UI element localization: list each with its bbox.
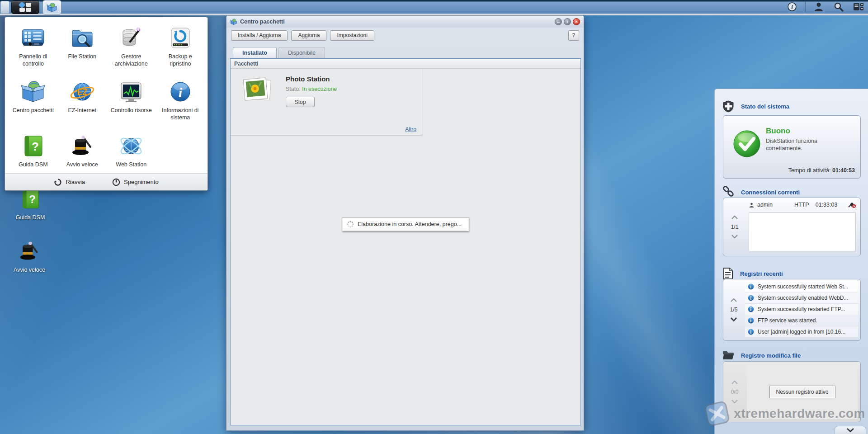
disconnect-icon[interactable] <box>848 202 856 208</box>
app-label: Gestore archiviazione <box>108 53 154 67</box>
log-row[interactable]: FTP service was started. <box>745 315 858 326</box>
health-status-description: DiskStation funziona correttamente. <box>766 137 843 152</box>
sidebar-collapse-button[interactable] <box>835 426 866 434</box>
file-log-header: Registro modifica file <box>722 349 801 361</box>
menu-app-informazioni-sistema[interactable]: i Informazioni di sistema <box>156 79 205 121</box>
search-button[interactable] <box>832 1 845 13</box>
photo-station-icon <box>242 77 272 103</box>
maximize-button[interactable]: + <box>564 18 571 25</box>
shutdown-button[interactable]: Spegnimento <box>112 178 159 186</box>
shutdown-label: Spegnimento <box>124 179 159 185</box>
system-sidebar: Stato del sistema Buono DiskStation funz… <box>714 89 868 434</box>
menu-app-avvio-veloce[interactable]: Avvio veloce <box>58 133 107 169</box>
uptime-value: 01:40:53 <box>832 167 855 174</box>
page-down-button[interactable] <box>731 400 738 403</box>
page-down-button[interactable] <box>731 317 737 321</box>
info-icon <box>748 317 754 324</box>
settings-button[interactable]: Impostazioni <box>330 30 374 41</box>
log-row[interactable]: System successfully enabled WebD... <box>745 292 858 304</box>
desktop-icon-label: Guida DSM <box>5 214 55 222</box>
app-label: Controllo risorse <box>108 107 154 114</box>
menu-app-backup-ripristino[interactable]: Backup e ripristino <box>156 25 205 67</box>
info-icon <box>748 283 754 290</box>
document-log-icon <box>722 267 734 280</box>
log-row[interactable]: System successfully started Web St... <box>745 281 858 292</box>
desktop-icon-avvio-veloce[interactable]: Avvio veloce <box>5 239 54 274</box>
main-menu-button[interactable] <box>11 0 39 14</box>
app-label: Centro pacchetti <box>10 107 56 114</box>
pilot-view-button[interactable] <box>852 1 865 13</box>
system-health-header: Stato del sistema <box>722 100 789 113</box>
connection-time: 01:33:03 <box>816 202 838 208</box>
window-titlebar[interactable]: Centro pacchetti – + × <box>226 16 584 28</box>
package-name: Photo Station <box>286 75 330 83</box>
app-label: Avvio veloce <box>60 161 105 169</box>
info-icon <box>748 329 754 335</box>
svg-text:i: i <box>791 4 793 10</box>
close-button[interactable]: × <box>573 18 580 25</box>
page-down-button[interactable] <box>731 235 738 238</box>
system-health-panel: Buono DiskStation funziona correttamente… <box>723 115 861 179</box>
menu-app-controllo-risorse[interactable]: Controllo risorse <box>107 79 156 121</box>
user-menu-button[interactable] <box>812 1 826 13</box>
loading-text: Elaborazione in corso. Attendere, prego.… <box>358 221 462 227</box>
resource-monitor-icon <box>118 79 144 104</box>
more-link[interactable]: Altro <box>405 126 416 132</box>
pager-count: 1/5 <box>730 307 738 313</box>
menu-app-guida-dsm[interactable]: ? Guida DSM <box>9 133 58 169</box>
chain-link-icon <box>722 186 735 198</box>
notifications-info-button[interactable]: i <box>785 1 799 13</box>
taskbar-app-package-center[interactable] <box>43 0 61 14</box>
menu-footer: Riavvia Spegnimento <box>5 173 208 190</box>
quick-start-icon <box>70 133 95 159</box>
storage-manager-icon <box>118 25 144 51</box>
menu-app-web-station[interactable]: Web Station <box>107 133 156 169</box>
main-menu-panel: Pannello di controllo File Station <box>5 17 208 191</box>
tab-installato[interactable]: Installato <box>233 47 277 58</box>
svg-text:?: ? <box>32 140 39 153</box>
help-button[interactable]: ? <box>568 30 579 41</box>
page-up-button[interactable] <box>731 216 738 219</box>
menu-app-ez-internet[interactable]: EZ EZ-Internet <box>58 79 107 121</box>
file-log-panel: 0/0 Nessun registro attivo <box>723 361 861 422</box>
page-up-button[interactable] <box>731 381 738 384</box>
menu-app-gestore-archiviazione[interactable]: Gestore archiviazione <box>107 25 156 67</box>
install-update-button[interactable]: Installa / Aggiorna <box>231 30 288 41</box>
logs-header: Registri recenti <box>722 267 783 280</box>
log-row[interactable]: User [admin] logged in from [10.16... <box>745 326 858 338</box>
restart-button[interactable]: Riavvia <box>54 178 85 186</box>
control-panel-icon <box>20 25 46 51</box>
restart-icon <box>54 178 62 186</box>
app-label: Web Station <box>108 161 154 169</box>
svg-text:EZ: EZ <box>77 88 87 97</box>
uptime: Tempo di attività: 01:40:53 <box>788 167 855 174</box>
menu-app-centro-pacchetti[interactable]: Centro pacchetti <box>9 79 58 121</box>
file-log-pager: 0/0 <box>723 362 746 422</box>
page-up-button[interactable] <box>731 298 737 302</box>
info-icon <box>748 295 754 301</box>
update-button[interactable]: Aggiorna <box>291 30 326 41</box>
desktop-icon-label: Avvio veloce <box>5 267 54 274</box>
connection-user: admin <box>757 202 773 208</box>
restart-label: Riavvia <box>66 179 85 185</box>
window-toolbar: Installa / Aggiorna Aggiorna Impostazion… <box>226 28 584 43</box>
menu-app-pannello-di-controllo[interactable]: Pannello di controllo <box>9 25 58 67</box>
user-icon <box>749 202 755 208</box>
taskbar-divider <box>805 2 806 12</box>
tab-disponibile[interactable]: Disponibile <box>278 47 325 58</box>
log-row[interactable]: System successfully restarted FTP... <box>745 304 858 315</box>
health-status-value: Buono <box>766 127 843 136</box>
loading-dialog: Elaborazione in corso. Attendere, prego.… <box>342 217 469 231</box>
package-status: Stato: In esecuzione <box>286 86 337 92</box>
section-title: Stato del sistema <box>741 103 789 110</box>
health-ok-icon <box>732 129 761 158</box>
desktop-icon-guida-dsm[interactable]: ? Guida DSM <box>5 186 55 222</box>
connections-header: Connessioni correnti <box>722 186 800 198</box>
stop-button[interactable]: Stop <box>286 97 315 107</box>
show-desktop-button[interactable] <box>0 1 9 14</box>
app-label: EZ-Internet <box>60 107 105 114</box>
package-center-icon <box>47 2 57 12</box>
minimize-button[interactable]: – <box>555 18 562 25</box>
menu-app-file-station[interactable]: File Station <box>58 25 107 67</box>
package-center-window: Centro pacchetti – + × Installa / Aggior… <box>226 15 584 431</box>
